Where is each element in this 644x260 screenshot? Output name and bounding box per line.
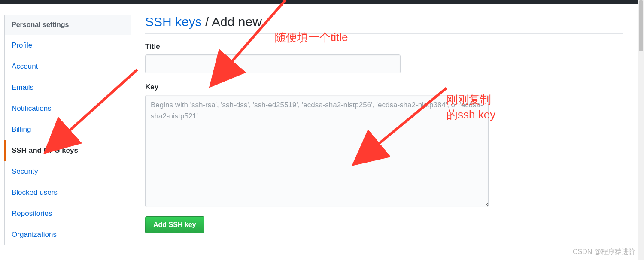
add-ssh-key-button[interactable]: Add SSH key <box>145 216 204 233</box>
settings-sidebar: Personal settings Profile Account Emails… <box>4 15 131 245</box>
sidebar-item-profile[interactable]: Profile <box>5 35 131 56</box>
sidebar-item-notifications[interactable]: Notifications <box>5 98 131 119</box>
sidebar-item-organizations[interactable]: Organizations <box>5 224 131 245</box>
main-content: SSH keys / Add new Title Key Add SSH key <box>145 15 640 245</box>
sidebar-item-account[interactable]: Account <box>5 56 131 77</box>
scrollbar-thumb[interactable] <box>639 0 643 51</box>
sidebar-item-billing[interactable]: Billing <box>5 119 131 140</box>
title-label: Title <box>145 42 623 51</box>
watermark: CSDN @程序猿进阶 <box>573 248 635 257</box>
vertical-scrollbar[interactable] <box>638 0 644 260</box>
sidebar-item-security[interactable]: Security <box>5 161 131 182</box>
sidebar-item-blocked-users[interactable]: Blocked users <box>5 182 131 203</box>
key-label: Key <box>145 83 623 91</box>
top-bar <box>0 0 644 4</box>
key-textarea[interactable] <box>145 95 489 207</box>
sidebar-list: Profile Account Emails Notifications Bil… <box>4 35 131 245</box>
breadcrumb-separator: / <box>205 15 209 29</box>
sidebar-item-ssh-gpg-keys[interactable]: SSH and GPG keys <box>5 140 131 161</box>
breadcrumb-current: Add new <box>212 15 262 29</box>
sidebar-header: Personal settings <box>4 15 131 35</box>
sidebar-item-emails[interactable]: Emails <box>5 77 131 98</box>
sidebar-item-repositories[interactable]: Repositories <box>5 203 131 224</box>
breadcrumb-link-ssh-keys[interactable]: SSH keys <box>145 15 202 29</box>
page-title: SSH keys / Add new <box>145 15 623 34</box>
title-input[interactable] <box>145 54 401 73</box>
